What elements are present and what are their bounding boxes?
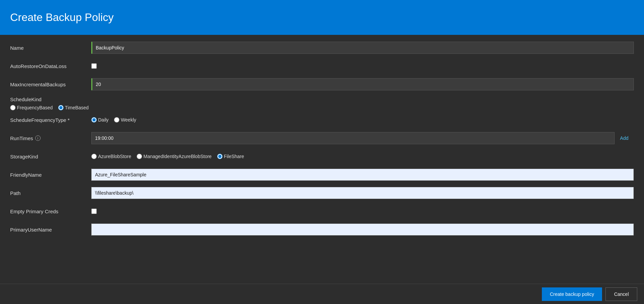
max-incremental-input[interactable] [91,78,634,90]
auto-restore-row: AutoRestoreOnDataLoss [10,60,634,72]
schedule-kind-options: FrequencyBased TimeBased [10,105,634,110]
schedule-frequency-weekly[interactable]: Weekly [114,117,136,123]
cancel-button[interactable]: Cancel [605,287,637,301]
friendly-name-label: FriendlyName [10,172,91,178]
friendly-name-input[interactable] [91,169,634,181]
storage-kind-fileshare[interactable]: FileShare [217,154,244,159]
max-incremental-row: MaxIncrementalBackups [10,78,634,90]
add-button[interactable]: Add [615,132,634,144]
schedule-frequency-daily-label: Daily [98,117,109,123]
storage-kind-managed-label: ManagedIdentityAzureBlobStore [143,154,212,159]
schedule-frequency-label: ScheduleFrequencyType * [10,117,91,123]
schedule-kind-label: ScheduleKind [10,96,634,102]
schedule-frequency-row: ScheduleFrequencyType * Daily Weekly [10,114,634,126]
storage-kind-options: AzureBlobStore ManagedIdentityAzureBlobS… [91,154,250,159]
storage-kind-row: StorageKind AzureBlobStore ManagedIdenti… [10,150,634,162]
schedule-frequency-weekly-label: Weekly [121,117,136,123]
schedule-kind-row: ScheduleKind FrequencyBased TimeBased [10,96,634,110]
storage-kind-azure-label: AzureBlobStore [98,154,131,159]
create-backup-policy-button[interactable]: Create backup policy [542,287,602,301]
storage-kind-fileshare-label: FileShare [224,154,244,159]
primary-username-row: PrimaryUserName [10,223,634,236]
path-input[interactable] [91,187,634,199]
footer: Create backup policy Cancel [0,284,644,304]
empty-primary-creds-row: Empty Primary Creds [10,205,634,217]
path-row: Path [10,187,634,199]
storage-kind-azure[interactable]: AzureBlobStore [91,154,131,159]
storage-kind-label: StorageKind [10,154,91,159]
runtimes-info-icon[interactable]: i [35,135,41,141]
name-label: Name [10,45,91,51]
name-row: Name [10,42,634,54]
path-label: Path [10,190,91,196]
runtimes-input[interactable] [91,132,615,144]
runtimes-row: RunTimes i Add [10,132,634,144]
schedule-kind-frequency[interactable]: FrequencyBased [10,105,53,110]
runtimes-label: RunTimes i [10,135,91,141]
empty-primary-creds-checkbox[interactable] [91,209,97,214]
name-input[interactable] [91,42,634,54]
auto-restore-checkbox[interactable] [91,63,97,69]
schedule-kind-time-label: TimeBased [65,105,89,110]
form-container: Name AutoRestoreOnDataLoss MaxIncrementa… [0,35,644,284]
empty-primary-creds-label: Empty Primary Creds [10,209,91,214]
friendly-name-row: FriendlyName [10,169,634,181]
storage-kind-managed[interactable]: ManagedIdentityAzureBlobStore [137,154,212,159]
header: Create Backup Policy [0,0,644,35]
auto-restore-label: AutoRestoreOnDataLoss [10,63,91,69]
primary-username-label: PrimaryUserName [10,227,91,233]
page-title: Create Backup Policy [10,11,114,24]
schedule-frequency-options: Daily Weekly [91,117,142,123]
runtimes-label-text: RunTimes [10,135,33,141]
schedule-frequency-daily[interactable]: Daily [91,117,109,123]
schedule-kind-frequency-label: FrequencyBased [17,105,53,110]
max-incremental-label: MaxIncrementalBackups [10,82,91,87]
runtimes-input-container: Add [91,132,634,144]
primary-username-input[interactable] [91,223,634,236]
schedule-kind-time[interactable]: TimeBased [58,105,89,110]
